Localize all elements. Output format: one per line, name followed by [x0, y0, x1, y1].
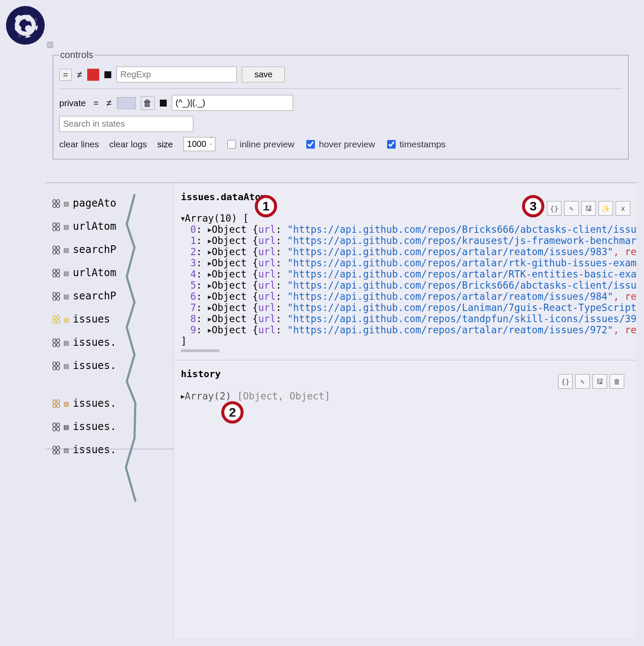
save-disk-icon[interactable]: 🖫 — [581, 201, 596, 216]
array-label[interactable]: Array(10) — [185, 213, 237, 224]
log-row[interactable]: oooo▤issues. — [50, 392, 174, 415]
log-row-name: issues. — [73, 444, 116, 456]
expand-history-icon[interactable]: ▶ — [181, 393, 185, 400]
page-icon: ▤ — [64, 315, 69, 324]
page-icon: ▤ — [64, 422, 69, 431]
array-item[interactable]: 9: ▶Object {url: "https://api.github.com… — [190, 324, 630, 335]
molecule-icon: oooo — [52, 445, 60, 454]
page-icon: ▤ — [64, 199, 69, 208]
expand-object-icon[interactable]: ▶ — [208, 259, 212, 267]
log-row[interactable]: oooo▤issues. — [50, 438, 174, 461]
history-preview: [Object, Object] — [237, 390, 330, 402]
expand-object-icon[interactable]: ▶ — [208, 315, 212, 323]
collapse-array-icon[interactable]: ▼ — [181, 215, 185, 222]
array-item[interactable]: 7: ▶Object {url: "https://api.github.com… — [190, 302, 630, 313]
log-row[interactable]: oooo▤pageAto — [50, 192, 174, 215]
history-copy-json-icon[interactable]: {} — [558, 374, 573, 389]
log-row[interactable]: oooo▤issues. — [50, 354, 174, 377]
array-item[interactable]: 8: ▶Object {url: "https://api.github.com… — [190, 313, 630, 324]
inline-preview-checkbox[interactable] — [227, 140, 236, 149]
expand-object-icon[interactable]: ▶ — [208, 226, 212, 234]
size-spinner[interactable]: 1000 — [183, 137, 216, 151]
log-row-name: urlAtom — [73, 220, 116, 232]
private-eq[interactable]: = — [91, 98, 101, 108]
expand-object-icon[interactable]: ▶ — [208, 304, 212, 312]
private-regex-input[interactable] — [172, 95, 293, 111]
clear-logs-button[interactable]: clear logs — [109, 139, 147, 149]
trash-icon[interactable]: 🗑 — [141, 96, 155, 110]
array-item[interactable]: 0: ▶Object {url: "https://api.github.com… — [190, 224, 630, 235]
history-trash-icon[interactable]: 🗑 — [610, 374, 624, 389]
array-item[interactable]: 1: ▶Object {url: "https://api.github.com… — [190, 235, 630, 246]
timestamps-label: timestamps — [400, 139, 446, 149]
expand-object-icon[interactable]: ▶ — [208, 293, 212, 301]
log-row[interactable]: oooo▤issues — [50, 308, 174, 331]
controls-legend: controls — [59, 49, 94, 61]
log-row[interactable]: oooo▤searchP — [50, 238, 174, 261]
log-row-name: issues. — [73, 360, 116, 372]
annotation-badge-2: 2 — [221, 401, 244, 424]
expand-object-icon[interactable]: ▶ — [208, 237, 212, 245]
log-row-name: issues — [73, 313, 110, 325]
horizontal-scrollbar[interactable] — [181, 349, 220, 352]
molecule-icon: oooo — [52, 199, 60, 207]
page-icon: ▤ — [64, 361, 69, 370]
private-neq[interactable]: ≠ — [107, 98, 112, 109]
molecule-icon: oooo — [52, 315, 60, 323]
history-save-disk-icon[interactable]: 🖫 — [592, 374, 607, 389]
page-icon: ▤ — [64, 268, 69, 277]
regexp-input[interactable] — [116, 67, 237, 82]
log-row-name: pageAto — [73, 197, 116, 209]
history-array-label[interactable]: Array(2) — [185, 390, 231, 402]
timestamps-checkbox[interactable] — [387, 140, 396, 149]
log-list[interactable]: oooo▤pageAtooooo▤urlAtomoooo▤searchPoooo… — [45, 183, 174, 638]
expand-object-icon[interactable]: ▶ — [208, 326, 212, 334]
controls-panel: controls = ≠ save private = ≠ 🗑 clear li… — [53, 49, 629, 159]
log-row-name: searchP — [73, 244, 116, 256]
close-icon[interactable]: x — [616, 201, 630, 216]
log-row[interactable]: oooo▤urlAtom — [50, 215, 174, 238]
color-swatch-lavender[interactable] — [117, 97, 136, 109]
hover-preview-checkbox[interactable] — [306, 140, 315, 149]
log-row-name: issues. — [73, 397, 116, 409]
log-row-name: searchP — [73, 290, 116, 302]
reatom-logo — [6, 6, 45, 45]
search-states-input[interactable] — [59, 116, 193, 132]
log-row-name: urlAtom — [73, 267, 116, 279]
color-swatch-red[interactable] — [87, 69, 99, 81]
tab-icon-layers[interactable]: ▧ — [46, 39, 54, 49]
log-row[interactable]: oooo▤issues. — [50, 415, 174, 438]
molecule-icon: oooo — [52, 245, 60, 254]
magic-wand-icon[interactable]: ✨ — [598, 201, 613, 216]
array-item[interactable]: 5: ▶Object {url: "https://api.github.com… — [190, 280, 630, 291]
inline-preview-label: inline preview — [240, 139, 294, 149]
page-icon: ▤ — [64, 292, 69, 301]
history-edit-icon[interactable]: ✎ — [575, 374, 590, 389]
edit-icon[interactable]: ✎ — [564, 201, 579, 216]
copy-json-icon[interactable]: {} — [547, 201, 562, 216]
page-icon: ▤ — [64, 222, 69, 231]
array-item[interactable]: 4: ▶Object {url: "https://api.github.com… — [190, 268, 630, 280]
page-icon: ▤ — [64, 245, 69, 254]
array-item[interactable]: 6: ▶Object {url: "https://api.github.com… — [190, 291, 630, 302]
private-label: private — [59, 98, 86, 108]
log-row[interactable]: oooo▤urlAtom — [50, 261, 174, 284]
array-item[interactable]: 3: ▶Object {url: "https://api.github.com… — [190, 257, 630, 268]
detail-pane: issues.dataAtom {} ✎ 🖫 ✨ x ▼Array(10) [ … — [174, 183, 636, 638]
color-swatch-black-2[interactable] — [160, 100, 167, 107]
expand-object-icon[interactable]: ▶ — [208, 248, 212, 256]
array-item[interactable]: 2: ▶Object {url: "https://api.github.com… — [190, 246, 630, 257]
molecule-icon: oooo — [52, 399, 60, 408]
log-row[interactable]: oooo▤searchP — [50, 284, 174, 308]
save-button[interactable]: save — [242, 67, 285, 82]
filter-neq-button[interactable]: ≠ — [77, 69, 82, 80]
clear-lines-button[interactable]: clear lines — [59, 139, 99, 149]
page-icon: ▤ — [64, 338, 69, 347]
expand-object-icon[interactable]: ▶ — [208, 282, 212, 289]
log-row[interactable]: oooo▤issues. — [50, 331, 174, 354]
filter-eq-button[interactable]: = — [59, 69, 72, 81]
molecule-icon: oooo — [52, 422, 60, 431]
expand-object-icon[interactable]: ▶ — [208, 271, 212, 278]
color-swatch-black[interactable] — [104, 71, 111, 78]
molecule-icon: oooo — [52, 268, 60, 277]
